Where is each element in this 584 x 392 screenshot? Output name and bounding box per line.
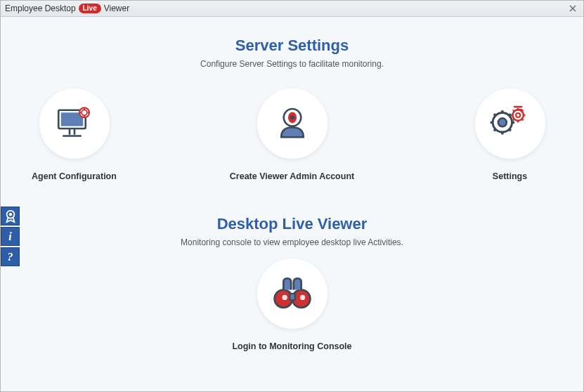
- title-suffix: Viewer: [104, 4, 129, 13]
- agent-configuration-card[interactable]: Agent Configuration: [8, 89, 141, 181]
- svg-point-38: [282, 295, 287, 300]
- svg-line-20: [493, 114, 495, 116]
- info-button[interactable]: i: [1, 227, 20, 246]
- info-char: i: [8, 230, 11, 243]
- svg-line-23: [493, 129, 495, 131]
- svg-rect-8: [83, 116, 85, 117]
- content-area: Server Settings Configure Server Setting…: [1, 17, 583, 391]
- create-viewer-admin-card[interactable]: Create Viewer Admin Account: [226, 89, 359, 181]
- help-char: ?: [8, 251, 13, 263]
- svg-rect-40: [290, 294, 294, 300]
- binoculars-icon: [257, 259, 327, 329]
- help-button[interactable]: ?: [1, 247, 20, 266]
- desktop-live-viewer-subtitle: Monitoring console to view employee desk…: [1, 237, 583, 247]
- admin-user-icon: [257, 89, 327, 159]
- svg-line-33: [512, 119, 514, 121]
- award-button[interactable]: [1, 207, 20, 226]
- svg-rect-10: [87, 112, 89, 114]
- close-button[interactable]: [566, 3, 579, 14]
- app-window: Employee Desktop Live Viewer Server Sett…: [0, 0, 584, 392]
- create-viewer-admin-label: Create Viewer Admin Account: [230, 171, 354, 181]
- live-badge: Live: [79, 4, 101, 13]
- login-monitoring-console-label: Login to Monitoring Console: [232, 341, 351, 351]
- svg-rect-7: [83, 108, 85, 110]
- side-rail: i ?: [1, 207, 20, 266]
- login-monitoring-console-card[interactable]: Login to Monitoring Console: [226, 259, 359, 351]
- window-title: Employee Desktop Live Viewer: [5, 4, 129, 13]
- monitor-icon: [39, 89, 110, 159]
- svg-line-30: [512, 110, 514, 112]
- svg-point-25: [516, 113, 520, 117]
- desktop-live-viewer-title: Desktop Live Viewer: [1, 215, 583, 233]
- server-settings-subtitle: Configure Server Settings to facilitate …: [1, 59, 583, 69]
- svg-line-22: [509, 114, 511, 116]
- settings-card[interactable]: Settings: [443, 89, 577, 181]
- svg-point-42: [8, 213, 12, 216]
- title-prefix: Employee Desktop: [5, 4, 76, 13]
- agent-configuration-label: Agent Configuration: [32, 171, 117, 181]
- server-settings-row: Agent Configuration Create Viewer Admin …: [1, 89, 583, 181]
- svg-point-15: [498, 118, 506, 126]
- settings-label: Settings: [493, 171, 527, 181]
- svg-line-31: [521, 119, 523, 121]
- svg-line-21: [509, 129, 511, 131]
- svg-point-24: [512, 110, 523, 120]
- viewer-row: Login to Monitoring Console: [1, 259, 583, 351]
- server-settings-title: Server Settings: [1, 37, 583, 55]
- svg-rect-9: [79, 112, 81, 114]
- svg-point-39: [299, 295, 304, 300]
- svg-point-13: [290, 115, 294, 119]
- gear-icon: [475, 89, 545, 159]
- titlebar: Employee Desktop Live Viewer: [1, 1, 583, 17]
